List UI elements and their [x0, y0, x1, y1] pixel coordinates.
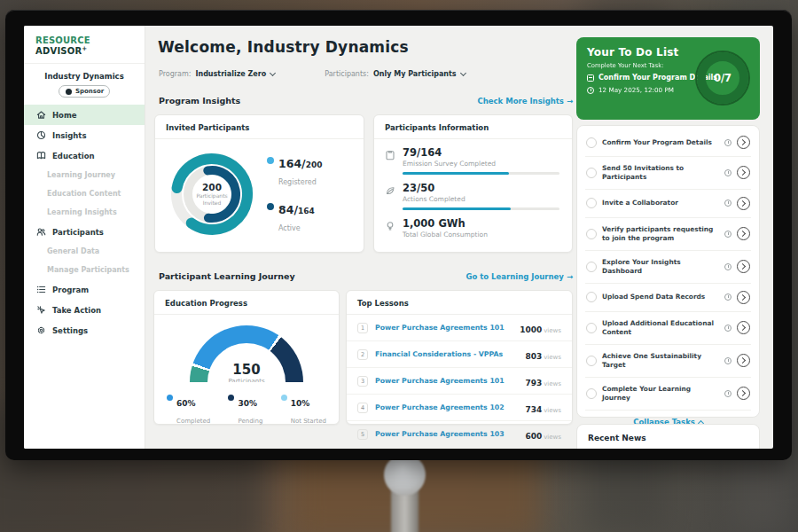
- clock-icon: [724, 169, 732, 176]
- sidebar-item-home[interactable]: Home: [24, 105, 145, 125]
- sidebar-item-manage-participants[interactable]: Manage Participants: [24, 261, 145, 279]
- task-open-button[interactable]: [737, 260, 750, 273]
- task-open-button[interactable]: [737, 136, 750, 149]
- program-label: Program:: [159, 70, 191, 78]
- lesson-row[interactable]: 1 Power Purchase Agreements 101 1000view…: [347, 315, 572, 341]
- gear-icon: [36, 325, 46, 335]
- todo-progress-count: 0/7: [714, 72, 732, 84]
- dashboard-screen: RESOURCE ADVISOR+ Industry Dynamics Spon…: [24, 26, 773, 449]
- clock-icon: [724, 263, 732, 270]
- clock-icon: [724, 390, 732, 397]
- stat-actions-completed: 23/50 Actions Completed: [374, 175, 572, 210]
- participants-dropdown[interactable]: Participants: Only My Participants: [325, 70, 465, 78]
- lesson-row[interactable]: 4 Power Purchase Agreements 102 734views: [347, 395, 572, 421]
- sidebar-item-learning-journey[interactable]: Learning Journey: [24, 166, 145, 184]
- gauge-legend: 60%Completed 30%Pending 10%Not Started: [154, 382, 339, 426]
- task-open-button[interactable]: [737, 197, 750, 210]
- program-dropdown[interactable]: Program: Industrialize Zero: [159, 70, 275, 78]
- todo-due-date: 12 May 2025, 12:00 PM: [598, 86, 674, 94]
- sidebar-item-general-data[interactable]: General Data: [24, 242, 145, 261]
- sidebar-item-insights[interactable]: Insights: [24, 125, 145, 145]
- lesson-link[interactable]: Power Purchase Agreements 101: [375, 324, 512, 332]
- sidebar-item-take-action[interactable]: Take Action: [24, 300, 145, 320]
- sidebar-item-program[interactable]: Program: [24, 279, 145, 300]
- task-checkbox[interactable]: [586, 137, 597, 148]
- card-title: Top Lessons: [347, 291, 572, 315]
- task-open-button[interactable]: [737, 354, 750, 367]
- sidebar-item-education[interactable]: Education: [24, 145, 145, 166]
- task-row-complete-learning-journey[interactable]: Complete Your Learning Journey: [585, 378, 751, 411]
- sidebar-item-settings[interactable]: Settings: [24, 320, 145, 340]
- learning-journey-header: Participant Learning Journey Go to Learn…: [159, 271, 573, 281]
- sidebar-item-label: Program: [52, 286, 89, 294]
- donut-center-label: 200 Participants Invited: [164, 146, 260, 242]
- lesson-row[interactable]: 3 Power Purchase Agreements 101 793views: [347, 368, 572, 395]
- participants-value: Only My Participants: [373, 70, 457, 78]
- legend-completed: 60%Completed: [167, 393, 210, 426]
- task-checkbox[interactable]: [586, 356, 597, 366]
- stat-emission-survey: 79/164 Emission Survey Completed: [374, 139, 572, 175]
- lesson-link[interactable]: Power Purchase Agreements 101: [375, 377, 518, 385]
- monitor-stand-joint: [384, 454, 426, 496]
- invited-participants-card: Invited Participants 200 Participants In…: [154, 114, 364, 253]
- task-row-upload-spend-data[interactable]: Upload Spend Data Records: [585, 284, 751, 312]
- invited-chart-area: 200 Participants Invited 164/200 Registe…: [155, 139, 364, 242]
- task-row-upload-educational-content[interactable]: Upload Additional Educational Content: [585, 312, 751, 345]
- task-row-verify-participants[interactable]: Verify participants requesting to join t…: [585, 218, 751, 251]
- task-row-invite-collaborator[interactable]: Invite a Collaborator: [585, 190, 751, 218]
- book-icon: [36, 151, 46, 160]
- clipboard-icon: [385, 150, 395, 160]
- legend-active: 84/164 Active: [267, 200, 322, 234]
- go-to-learning-journey-link[interactable]: Go to Learning Journey →: [466, 272, 573, 281]
- task-checkbox[interactable]: [586, 388, 597, 399]
- task-checkbox[interactable]: [586, 262, 597, 272]
- progress-fill: [403, 207, 511, 210]
- education-progress-card: Education Progress 150 Participants 60%C…: [153, 290, 340, 425]
- lesson-row[interactable]: 2 Financial Considerations - VPPAs 803vi…: [347, 341, 572, 368]
- calendar-icon: [587, 74, 594, 82]
- task-checkbox[interactable]: [586, 168, 597, 178]
- task-row-explore-insights[interactable]: Explore Your Insights Dashboard: [585, 251, 751, 284]
- task-open-button[interactable]: [737, 227, 750, 240]
- task-open-button[interactable]: [737, 291, 750, 304]
- task-open-button[interactable]: [737, 321, 750, 334]
- sidebar-item-label: Insights: [52, 131, 86, 140]
- sidebar-item-learning-insights[interactable]: Learning Insights: [24, 203, 145, 222]
- task-open-button[interactable]: [737, 166, 750, 179]
- chevron-down-icon: [270, 69, 276, 75]
- lesson-row[interactable]: 5 Power Purchase Agreements 103 600views: [347, 421, 572, 447]
- lesson-rank: 4: [357, 403, 368, 413]
- pending-dot-icon: [228, 395, 234, 401]
- task-checkbox[interactable]: [586, 229, 597, 239]
- registered-dot-icon: [267, 157, 274, 164]
- card-title: Participants Information: [374, 115, 572, 139]
- lesson-rank: 2: [357, 349, 368, 360]
- task-open-button[interactable]: [737, 387, 750, 400]
- legend-not-started: 10%Not Started: [281, 393, 326, 426]
- lesson-link[interactable]: Power Purchase Agreements 102: [375, 403, 518, 411]
- sidebar: RESOURCE ADVISOR+ Industry Dynamics Spon…: [24, 26, 145, 449]
- completed-dot-icon: [167, 395, 173, 401]
- logo-advisor: ADVISOR: [35, 46, 82, 56]
- task-row-achieve-target[interactable]: Achieve One Sustainability Target: [585, 345, 751, 378]
- leaf-icon: [385, 185, 395, 196]
- task-checkbox[interactable]: [586, 292, 597, 302]
- clock-icon: [724, 325, 732, 332]
- clock-icon: [587, 87, 594, 94]
- lesson-link[interactable]: Financial Considerations - VPPAs: [375, 350, 518, 358]
- task-row-send-invitations[interactable]: Send 50 Invitations to Participants: [585, 157, 751, 190]
- sidebar-item-education-content[interactable]: Education Content: [24, 184, 145, 203]
- lesson-link[interactable]: Power Purchase Agreements 103: [375, 430, 518, 438]
- check-more-insights-link[interactable]: Check More Insights →: [478, 97, 573, 106]
- sidebar-item-participants[interactable]: Participants: [24, 222, 145, 242]
- legend-registered: 164/200 Registered: [267, 154, 322, 188]
- gauge-center-label: 150 Participants: [190, 362, 303, 382]
- participants-information-card: Participants Information 79/164 Emission…: [373, 114, 573, 253]
- task-checkbox[interactable]: [586, 323, 597, 333]
- lightbulb-icon: [385, 221, 395, 231]
- recent-news-title: Recent News: [577, 425, 759, 449]
- task-row-confirm-program[interactable]: Confirm Your Program Details: [585, 129, 751, 157]
- task-checkbox[interactable]: [586, 198, 597, 208]
- list-icon: [36, 285, 46, 294]
- page-title: Welcome, Industry Dynamics: [158, 38, 409, 56]
